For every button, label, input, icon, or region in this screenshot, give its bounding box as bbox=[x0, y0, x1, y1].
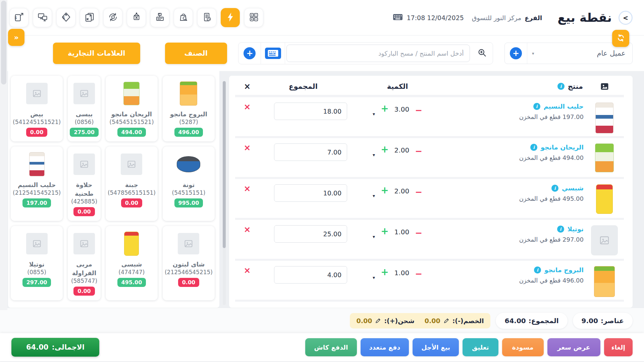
product-card[interactable]: نوتيلا (0855) 297.00 bbox=[11, 226, 63, 300]
product-image bbox=[26, 230, 48, 257]
remove-item-button[interactable]: × bbox=[235, 103, 259, 111]
product-card[interactable]: بيض (541245151521) 0.00 bbox=[11, 76, 63, 141]
unit-dropdown-caret-icon[interactable]: ▾ bbox=[373, 193, 375, 198]
remove-item-button[interactable]: × bbox=[235, 143, 259, 152]
summary-bar: عناصر: 9.00 المجموع: 64.00 الخصم(-): 0.0… bbox=[0, 308, 644, 333]
keyboard-icon[interactable] bbox=[393, 13, 403, 22]
product-image bbox=[121, 150, 142, 178]
increase-qty-button[interactable]: + bbox=[381, 104, 388, 113]
increase-qty-button[interactable]: + bbox=[381, 267, 388, 277]
plus-icon: + bbox=[244, 47, 256, 59]
info-icon[interactable]: i bbox=[551, 185, 558, 192]
product-price-badge: 495.00 bbox=[117, 278, 146, 287]
info-icon[interactable]: i bbox=[530, 144, 537, 151]
cash-transfer-button[interactable]: $ bbox=[9, 8, 29, 27]
product-card[interactable]: ببسى (0856) 275.00 bbox=[68, 76, 101, 141]
customer-display-button[interactable] bbox=[33, 8, 52, 27]
product-card[interactable]: حليب النسيم (212541545215) 197.00 bbox=[11, 146, 63, 221]
cart-item-stock: 495.00 قطع في المخزن bbox=[448, 195, 584, 202]
decrease-qty-button[interactable]: − bbox=[415, 186, 422, 196]
product-card[interactable]: جبنة (547856515151) 0.00 bbox=[106, 146, 158, 221]
action-button[interactable]: مسودة bbox=[502, 338, 544, 356]
edit-shipping-button[interactable] bbox=[375, 318, 381, 323]
calculator-button[interactable] bbox=[244, 8, 263, 27]
add-product-button[interactable]: + bbox=[238, 43, 261, 64]
product-name: حليب النسيم bbox=[18, 181, 56, 189]
action-button[interactable]: إلغاء bbox=[604, 338, 633, 356]
zoom-search-button[interactable] bbox=[471, 43, 493, 64]
decrease-qty-button[interactable]: − bbox=[415, 227, 422, 237]
info-icon[interactable]: i bbox=[534, 266, 541, 274]
unit-dropdown-caret-icon[interactable]: ▾ bbox=[373, 234, 375, 239]
product-card[interactable]: الريحان مانجو (54545151521) 494.00 bbox=[106, 76, 158, 141]
decrease-qty-button[interactable]: − bbox=[415, 145, 422, 156]
quantity-controls: − 2.00 + ▾ bbox=[347, 184, 448, 198]
edit-discount-button[interactable] bbox=[444, 318, 449, 323]
virtual-keyboard-button[interactable] bbox=[261, 43, 285, 64]
action-button[interactable]: دفع متعدد bbox=[361, 338, 409, 356]
cart-item-name[interactable]: البروج مانجو bbox=[544, 266, 584, 274]
cart-item-name[interactable]: حليب النسيم bbox=[544, 103, 584, 110]
brands-button[interactable]: العلامات التجارية bbox=[53, 43, 140, 64]
info-icon[interactable]: i bbox=[533, 103, 540, 110]
fullscreen-icon bbox=[85, 12, 95, 23]
action-button[interactable]: عرض سعر bbox=[547, 338, 600, 356]
product-search-input[interactable] bbox=[286, 45, 470, 62]
page-scrollbar-thumb[interactable] bbox=[1, 1, 6, 84]
increase-qty-button[interactable]: + bbox=[381, 227, 388, 236]
remove-item-button[interactable]: × bbox=[235, 266, 259, 275]
refresh-icon bbox=[616, 34, 625, 44]
product-column-header: منتج i bbox=[448, 82, 585, 90]
remove-item-button[interactable]: × bbox=[235, 225, 259, 234]
invoice-history-button[interactable] bbox=[197, 8, 216, 27]
cart-item-name[interactable]: الريحان مانجو bbox=[541, 143, 584, 151]
line-total-cell bbox=[259, 225, 347, 243]
total-column-header: المجموع bbox=[259, 82, 347, 90]
products-scrollbar-thumb[interactable] bbox=[223, 81, 226, 248]
unit-dropdown-caret-icon[interactable]: ▾ bbox=[373, 152, 375, 158]
increase-qty-button[interactable]: + bbox=[381, 186, 388, 195]
grand-total-button[interactable]: الاجمالى: 64.00 bbox=[11, 338, 99, 357]
line-total-input[interactable] bbox=[274, 266, 347, 284]
action-button[interactable]: تعليق bbox=[463, 338, 498, 356]
add-customer-button[interactable]: + bbox=[505, 43, 527, 64]
product-card[interactable]: شبسى (474747) 495.00 bbox=[106, 226, 158, 300]
unit-dropdown-caret-icon[interactable]: ▾ bbox=[373, 111, 375, 117]
decrease-qty-button[interactable]: − bbox=[415, 104, 422, 115]
clear-cart-button[interactable]: × bbox=[235, 82, 259, 91]
info-icon[interactable]: i bbox=[557, 83, 565, 90]
info-icon[interactable]: i bbox=[557, 226, 564, 233]
action-button[interactable]: بيع الأجل bbox=[413, 338, 459, 356]
dropdown-caret-icon: ▾ bbox=[532, 51, 534, 56]
close-shift-button[interactable] bbox=[127, 8, 146, 27]
cash-register-button[interactable] bbox=[150, 8, 169, 27]
line-total-input[interactable] bbox=[274, 143, 347, 161]
line-total-input[interactable] bbox=[274, 225, 347, 243]
collapse-header-button[interactable]: > bbox=[619, 11, 633, 25]
remove-item-button[interactable]: × bbox=[235, 184, 259, 193]
order-search-button[interactable] bbox=[174, 8, 193, 27]
chevron-right-icon: > bbox=[623, 14, 628, 21]
quick-sale-button[interactable] bbox=[221, 8, 240, 27]
subtotal-label: المجموع: bbox=[529, 317, 559, 325]
line-total-input[interactable] bbox=[274, 103, 347, 120]
fullscreen-button[interactable] bbox=[80, 8, 99, 27]
price-tag-button[interactable]: $ bbox=[56, 8, 75, 27]
product-card[interactable]: مربى الفراولة (585747) 0.00 bbox=[68, 226, 101, 300]
unit-dropdown-caret-icon[interactable]: ▾ bbox=[373, 275, 375, 280]
returns-button[interactable] bbox=[103, 8, 122, 27]
increase-qty-button[interactable]: + bbox=[381, 145, 388, 154]
refresh-button[interactable] bbox=[612, 30, 629, 47]
product-card[interactable]: تونة (54515151) 995.00 bbox=[163, 146, 215, 221]
category-button[interactable]: الصنف bbox=[165, 43, 227, 64]
decrease-qty-button[interactable]: − bbox=[415, 267, 422, 278]
collapse-panel-button[interactable]: « bbox=[8, 29, 24, 46]
cart-item-name[interactable]: نوتيلا bbox=[568, 225, 584, 233]
product-card[interactable]: شاى لبتون (212546545215) 0.00 bbox=[163, 226, 215, 300]
discount-value: 0.00 bbox=[425, 317, 440, 324]
line-total-input[interactable] bbox=[274, 184, 347, 202]
product-card[interactable]: حلاوة طحنية (425885) 0.00 bbox=[68, 146, 101, 221]
cart-item-name[interactable]: شبسي bbox=[562, 184, 584, 192]
action-button[interactable]: الدفع كاش bbox=[305, 338, 357, 356]
product-card[interactable]: البروج مانجو (5287) 496.00 bbox=[163, 76, 215, 141]
